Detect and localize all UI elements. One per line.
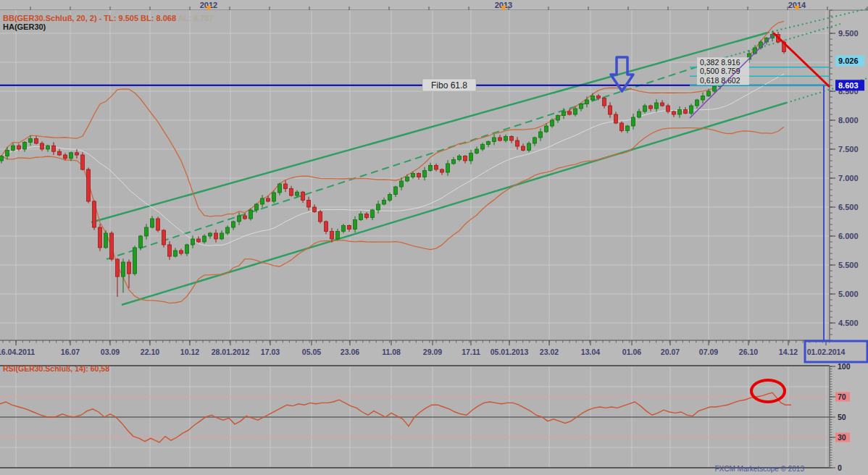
candle-body xyxy=(585,100,589,104)
fibo-line-label: Fibo 61.8 xyxy=(431,80,467,91)
candle-body xyxy=(104,233,108,248)
candle-body xyxy=(301,192,305,200)
candle-body xyxy=(35,139,38,143)
date-label: 13.04 xyxy=(581,348,600,356)
candle-body xyxy=(325,222,328,232)
candle-body xyxy=(336,232,340,239)
current-price-label: 9.026 xyxy=(838,56,859,65)
date-label: 17.03 xyxy=(261,348,280,356)
candle-body xyxy=(180,251,183,253)
candle-body xyxy=(603,98,606,106)
candle-body xyxy=(533,138,537,143)
candle-body xyxy=(330,232,334,239)
candle-body xyxy=(504,136,508,140)
watermark-label: FXCM Marketscope © 2013 xyxy=(714,465,804,473)
trading-chart-window: 201220132014 0,382 8.9160,500 8.7590,618… xyxy=(0,0,868,475)
candle-body xyxy=(243,216,247,219)
date-scale[interactable]: 16.04.201116.0703.0922.1010.1228.01.2012… xyxy=(0,340,867,362)
candle-body xyxy=(93,201,96,227)
candle-body xyxy=(296,192,299,196)
candle-body xyxy=(365,214,369,218)
candle-body xyxy=(12,146,15,150)
rsi-scale-label: 30 xyxy=(838,433,846,442)
candle-body xyxy=(609,106,612,114)
candle-body xyxy=(174,251,178,256)
candle-body xyxy=(162,230,166,245)
rsi-pane[interactable] xyxy=(0,366,830,468)
candle-body xyxy=(284,184,288,188)
candle-body xyxy=(290,188,293,196)
candle-body xyxy=(672,112,676,114)
candle-body xyxy=(684,110,688,114)
candle-body xyxy=(377,204,380,210)
candle-body xyxy=(203,236,206,242)
rsi-indicator-label[interactable]: RSI(GER30.Schluß, 14): 60,58 xyxy=(3,364,109,373)
candle-body xyxy=(261,198,264,204)
candle-body xyxy=(348,226,351,230)
candle-body xyxy=(597,96,601,98)
date-label: 28.01.2012 xyxy=(212,348,250,356)
rsi-scale-label: 50 xyxy=(838,413,846,421)
candle-body xyxy=(371,210,375,217)
candle-body xyxy=(110,233,114,259)
candle-body xyxy=(707,91,711,96)
date-label: 14.12 xyxy=(779,348,798,356)
candle-body xyxy=(556,116,560,120)
date-label: 16.04.2011 xyxy=(0,348,35,356)
candle-body xyxy=(412,174,415,177)
chart-canvas[interactable]: 201220132014 0,382 8.9160,500 8.7590,618… xyxy=(0,0,868,475)
candle-body xyxy=(539,132,543,138)
candle-body xyxy=(661,103,664,106)
date-label: 29.09 xyxy=(423,348,442,356)
rsi-scale[interactable]: 1007050300 xyxy=(830,362,851,472)
candle-body xyxy=(209,233,212,236)
candle-body xyxy=(354,220,357,230)
candle-body xyxy=(168,245,172,256)
date-label: 23.02 xyxy=(540,348,559,356)
candle-body xyxy=(383,200,386,204)
candle-body xyxy=(452,159,456,164)
candle-body xyxy=(522,146,525,151)
candle-body xyxy=(649,106,653,109)
candle-body xyxy=(498,138,502,140)
candle-body xyxy=(626,126,630,130)
candle-body xyxy=(638,112,641,117)
fib-level-label: 0,382 8.916 xyxy=(700,58,740,67)
price-label: 4.500 xyxy=(838,319,859,327)
candle-body xyxy=(75,153,79,155)
bb-indicator-label[interactable]: BB(GER30.Schluß, 20, 2) - TL: 9.505 BL: … xyxy=(3,14,214,22)
candle-body xyxy=(151,219,154,227)
candle-body xyxy=(157,219,160,230)
candle-body xyxy=(580,104,583,109)
candle-body xyxy=(667,106,670,112)
fib-level-label: 0,618 8.602 xyxy=(700,76,740,85)
ha-indicator-label[interactable]: HA(GER30) xyxy=(3,22,46,31)
candle-body xyxy=(394,187,398,194)
price-scale[interactable]: 9.5008.5008.0007.5007.0006.5006.0005.500… xyxy=(830,10,864,340)
date-label: 01.06 xyxy=(622,348,641,356)
price-label: 5.000 xyxy=(838,290,859,298)
candle-body xyxy=(417,174,421,177)
candle-body xyxy=(388,194,392,200)
candle-body xyxy=(0,156,4,161)
date-label: 23.06 xyxy=(341,348,359,356)
candle-body xyxy=(568,112,572,114)
candle-body xyxy=(475,149,479,154)
candle-body xyxy=(701,96,705,100)
rsi-scale-label: 70 xyxy=(838,392,846,401)
time-ruler-top[interactable]: 201220132014 xyxy=(0,0,868,12)
candle-body xyxy=(197,239,201,242)
date-label: 16.07 xyxy=(61,348,80,356)
candle-body xyxy=(359,214,363,220)
date-label: 26.10 xyxy=(739,348,758,356)
candle-body xyxy=(614,114,618,123)
candle-body xyxy=(470,154,473,161)
price-label: 8.000 xyxy=(838,116,859,125)
date-label: 01.02.2014 xyxy=(807,348,846,356)
date-label: 07.09 xyxy=(699,348,718,356)
candle-body xyxy=(255,204,259,210)
candle-body xyxy=(591,96,595,100)
candle-body xyxy=(185,245,189,253)
candle-body xyxy=(46,146,50,149)
candle-body xyxy=(713,87,717,91)
